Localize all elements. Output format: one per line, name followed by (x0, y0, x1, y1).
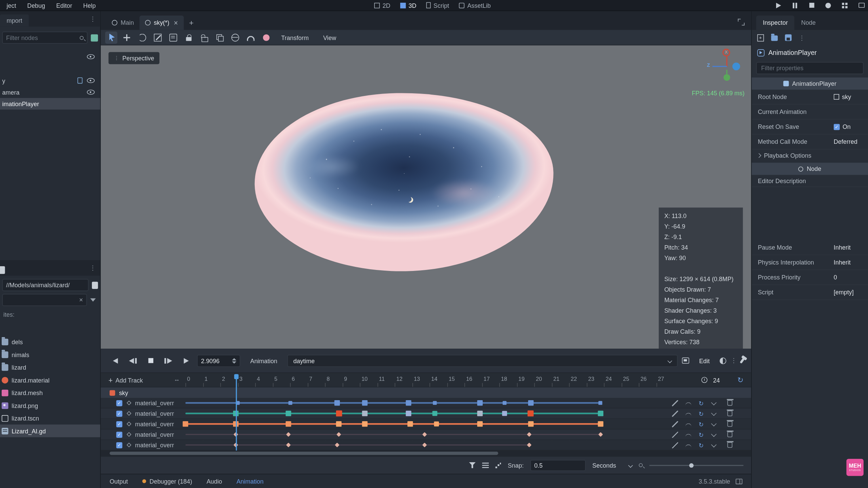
file-list-toggle-icon[interactable] (92, 281, 98, 289)
track-enabled-checkbox[interactable]: ✓ (116, 432, 122, 438)
scene-tree-item[interactable] (0, 51, 100, 62)
chevron-down-icon[interactable] (711, 421, 716, 426)
delete-track-icon[interactable] (727, 411, 732, 416)
scene-tree-item[interactable]: amera (0, 86, 100, 98)
zoom-slider[interactable] (649, 465, 743, 466)
track-loop-icon[interactable] (699, 421, 705, 427)
chevron-down-icon[interactable] (711, 431, 716, 436)
transform-menu[interactable]: Transform (276, 34, 314, 41)
stop-button[interactable] (807, 1, 816, 9)
property-row[interactable]: Reset On Save✓On (752, 120, 868, 135)
section-animationplayer[interactable]: AnimationPlayer (752, 77, 868, 90)
stop-button[interactable] (144, 355, 157, 366)
track-interpolation-icon[interactable] (685, 423, 691, 427)
visibility-eye-icon[interactable] (87, 90, 95, 95)
menu-editor[interactable]: Editor (51, 0, 78, 11)
animation-track[interactable]: ✓material_overr (101, 398, 751, 408)
play-backwards-from-end-button[interactable] (126, 355, 139, 366)
axis-gizmo[interactable]: X Z (708, 50, 743, 82)
track-update-mode-icon[interactable] (672, 442, 678, 448)
filter-nodes-input[interactable] (6, 34, 78, 41)
unlock-tool-button[interactable] (198, 31, 210, 43)
track-loop-icon[interactable] (699, 442, 705, 448)
animation-track[interactable]: ✓material_overr (101, 440, 751, 450)
dock-menu-icon[interactable]: ⋮ (90, 264, 96, 271)
keyframe[interactable] (336, 410, 342, 416)
menu-debug[interactable]: Debug (22, 0, 51, 11)
track-interpolation-icon[interactable] (685, 434, 691, 437)
filter-options-icon[interactable] (91, 34, 98, 41)
keyframe[interactable] (336, 432, 341, 437)
animation-tool-icon[interactable] (682, 357, 689, 364)
keyframe[interactable] (336, 421, 342, 427)
keyframe[interactable] (527, 432, 532, 437)
track-update-mode-icon[interactable] (672, 400, 678, 406)
dock-tab-indicator[interactable] (0, 266, 5, 274)
property-row[interactable]: Method Call ModeDeferred (752, 135, 868, 150)
env-tool-button[interactable] (260, 31, 272, 43)
keyframe[interactable] (408, 421, 413, 427)
tab-inspector[interactable]: Inspector (756, 16, 794, 30)
film-button[interactable] (857, 1, 866, 9)
visibility-eye-icon[interactable] (87, 54, 95, 59)
keyframe[interactable] (334, 400, 340, 406)
chevron-down-icon[interactable] (711, 410, 716, 415)
file-item[interactable]: lizard.png (0, 399, 100, 412)
file-item[interactable]: lizard.mesh (0, 386, 100, 399)
editor-switch-2d[interactable]: 2D (374, 2, 390, 9)
keyframe[interactable] (477, 411, 483, 416)
delete-track-icon[interactable] (727, 421, 732, 427)
scene-tree-item[interactable]: imationPlayer (0, 98, 100, 110)
track-interpolation-icon[interactable] (685, 444, 691, 448)
animation-select[interactable]: daytime (287, 354, 678, 367)
bottom-panel-audio[interactable]: Audio (207, 478, 222, 485)
snap-unit-select[interactable]: Seconds (592, 460, 632, 471)
delete-track-icon[interactable] (727, 400, 732, 406)
axis-z-icon[interactable] (732, 62, 740, 70)
node-picker-icon[interactable] (834, 94, 839, 99)
record-button[interactable] (824, 1, 832, 9)
animation-track[interactable]: ✓material_overr (101, 419, 751, 429)
keyframe[interactable] (527, 443, 532, 447)
property-row[interactable]: Current Animation (752, 104, 868, 119)
keyframe[interactable] (406, 411, 411, 416)
property-row[interactable]: Physics InterpolationInherit (752, 255, 868, 270)
keyframe[interactable] (598, 421, 603, 427)
keyframe[interactable] (422, 432, 427, 437)
load-resource-icon[interactable] (771, 35, 778, 41)
track-interpolation-icon[interactable] (685, 402, 691, 406)
lock-tool-button[interactable] (183, 31, 195, 43)
keyframe[interactable] (528, 400, 533, 406)
file-item[interactable]: lizard (0, 361, 100, 374)
scene-tree-item[interactable]: y (0, 75, 100, 86)
pan-timeline-icon[interactable]: ↔ (174, 376, 180, 383)
timeline-ruler[interactable]: 0123456789101112131415161718192021222324… (183, 373, 663, 387)
scene-tab[interactable]: Main (106, 16, 139, 30)
keyframe[interactable] (598, 432, 603, 437)
select-tool-button[interactable] (105, 31, 117, 43)
editor-switch-script[interactable]: Script (426, 2, 449, 9)
track-update-mode-icon[interactable] (672, 421, 678, 427)
filter-properties-input[interactable] (756, 62, 864, 74)
menu-ject[interactable]: ject (1, 0, 22, 11)
keyframe[interactable] (406, 400, 411, 406)
menu-help[interactable]: Help (78, 0, 101, 11)
edit-list-icon[interactable] (482, 463, 489, 468)
filesystem-path[interactable]: //Models/animals/lizard/ (2, 279, 89, 291)
snap-value-box[interactable] (530, 460, 585, 471)
chevron-down-icon[interactable] (711, 442, 716, 447)
delete-track-icon[interactable] (727, 432, 732, 437)
playhead[interactable] (236, 374, 237, 450)
edit-button[interactable]: Edit (694, 357, 715, 364)
scene-tab[interactable]: sky(*)× (139, 16, 184, 30)
play-button[interactable] (179, 355, 193, 366)
keyframe[interactable] (362, 421, 368, 427)
track-group-sky[interactable]: sky (101, 387, 751, 398)
sort-icon[interactable] (90, 298, 96, 302)
file-item[interactable]: Lizard_AI.gd (0, 425, 100, 437)
keyframe[interactable] (286, 411, 291, 416)
listsel-tool-button[interactable] (167, 31, 179, 43)
loop-icon[interactable]: ↻ (737, 376, 744, 384)
track-loop-icon[interactable] (699, 400, 705, 406)
keyframe[interactable] (288, 401, 292, 405)
